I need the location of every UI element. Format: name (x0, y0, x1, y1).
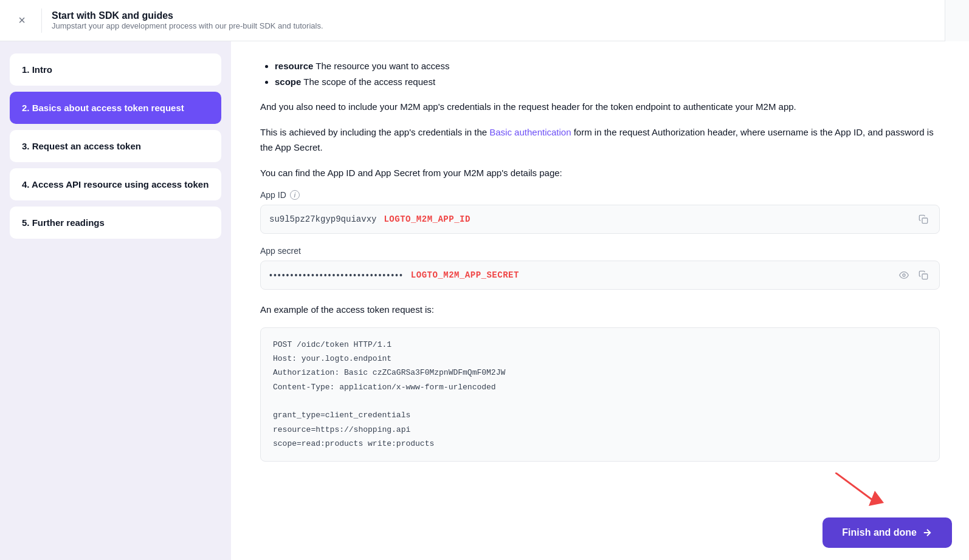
sidebar: 1. Intro 2. Basics about access token re… (0, 41, 231, 560)
app-secret-placeholder: LOGTO_M2M_APP_SECRET (411, 270, 519, 280)
bullet-resource: resource The resource you want to access (275, 58, 940, 74)
example-intro: An example of the access token request i… (260, 302, 940, 318)
arrow-right-icon (922, 527, 933, 538)
app-secret-label-text: App secret (260, 246, 301, 256)
para-basic-auth: This is achieved by including the app's … (260, 125, 940, 155)
app-id-input: su9l5pz27kgyp9quiavxy LOGTO_M2M_APP_ID (260, 205, 940, 234)
code-block: POST /oidc/token HTTP/1.1 Host: your.log… (260, 327, 940, 462)
header: × Start with SDK and guides Jumpstart yo… (0, 0, 969, 41)
header-right-panel (945, 0, 969, 41)
bullet-scope: scope The scope of the access request (275, 74, 940, 90)
app-id-value: su9l5pz27kgyp9quiavxy (269, 214, 376, 224)
para-credentials: And you also need to include your M2M ap… (260, 99, 940, 115)
app-secret-actions (897, 268, 931, 282)
app-secret-label: App secret (260, 246, 940, 256)
copy-icon (919, 270, 928, 280)
finish-button-label: Finish and done (842, 527, 917, 538)
app-id-placeholder: LOGTO_M2M_APP_ID (384, 214, 470, 224)
sidebar-item-intro[interactable]: 1. Intro (10, 53, 221, 86)
eye-icon (899, 270, 909, 280)
app-secret-dots: •••••••••••••••••••••••••••••••• (269, 270, 404, 280)
sidebar-item-request[interactable]: 3. Request an access token (10, 130, 221, 162)
app-secret-input: •••••••••••••••••••••••••••••••• LOGTO_M… (260, 261, 940, 290)
page-subtitle: Jumpstart your app development process w… (52, 21, 323, 30)
svg-point-1 (903, 274, 905, 276)
para2-before: This is achieved by including the app's … (260, 127, 489, 137)
bullet-resource-term: resource (275, 61, 313, 71)
svg-line-3 (835, 473, 875, 502)
finish-button[interactable]: Finish and done (822, 517, 952, 548)
app-id-actions (916, 212, 931, 227)
sidebar-item-further[interactable]: 5. Further readings (10, 207, 221, 239)
header-text: Start with SDK and guides Jumpstart your… (52, 10, 323, 30)
app-id-label: App ID i (260, 190, 940, 200)
page-title: Start with SDK and guides (52, 10, 323, 21)
header-divider (41, 9, 42, 33)
main-layout: 1. Intro 2. Basics about access token re… (0, 41, 969, 560)
app-secret-copy-button[interactable] (916, 268, 931, 282)
sidebar-item-basics[interactable]: 2. Basics about access token request (10, 92, 221, 124)
footer: Finish and done (805, 505, 969, 560)
close-button[interactable]: × (12, 11, 32, 30)
bullet-list: resource The resource you want to access… (260, 58, 940, 89)
app-id-info-icon[interactable]: i (290, 190, 300, 200)
basic-auth-link[interactable]: Basic authentication (489, 127, 571, 137)
sidebar-item-access-api[interactable]: 4. Access API resource using access toke… (10, 168, 221, 200)
app-id-copy-button[interactable] (916, 212, 931, 227)
copy-icon (919, 214, 928, 224)
svg-rect-0 (922, 218, 928, 224)
arrow-svg (835, 473, 884, 509)
para-find-credentials: You can find the App ID and App Secret f… (260, 165, 940, 181)
bullet-scope-term: scope (275, 77, 301, 87)
bullet-resource-desc: The resource you want to access (316, 61, 449, 71)
app-secret-reveal-button[interactable] (897, 268, 911, 282)
bullet-scope-desc: The scope of the access request (303, 77, 435, 87)
svg-rect-2 (922, 274, 928, 279)
app-id-label-text: App ID (260, 190, 286, 200)
